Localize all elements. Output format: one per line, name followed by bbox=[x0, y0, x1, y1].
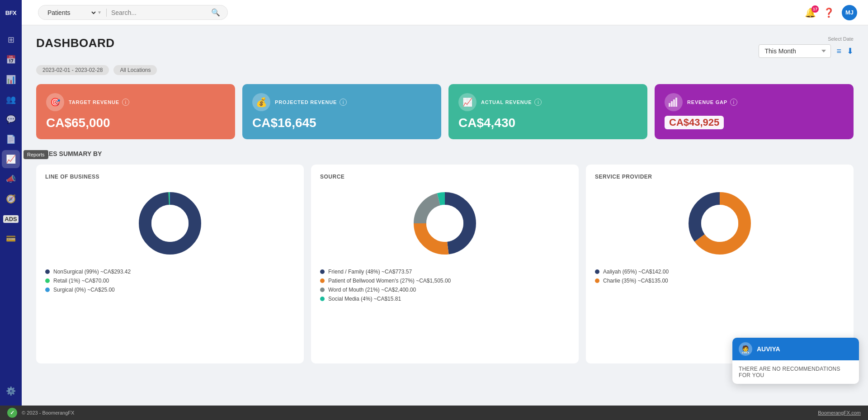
notification-badge: 17 bbox=[811, 5, 819, 13]
footer-copyright: © 2023 - BoomerangFX bbox=[22, 410, 74, 415]
sidebar-item-reports[interactable]: 📈 Reports bbox=[2, 150, 20, 168]
calendar-icon: 📅 bbox=[6, 55, 16, 65]
reports-tooltip: Reports bbox=[24, 150, 48, 159]
legend-dot bbox=[320, 288, 325, 292]
sidebar-item-navigation[interactable]: 🧭 Navigation bbox=[2, 190, 20, 208]
search-button[interactable]: 🔍 bbox=[211, 8, 220, 17]
projected-revenue-icon: 💰 bbox=[252, 93, 270, 111]
ads-icon: ADS bbox=[3, 215, 18, 223]
sidebar-item-settings[interactable]: ⚙️ Settings bbox=[2, 382, 20, 400]
kpi-card-header-4: REVENUE GAP i bbox=[665, 93, 844, 111]
target-revenue-label: TARGET REVENUE bbox=[69, 99, 119, 105]
legend-sp-aaliyah: Aaliyah (65%) ~CA$142.00 bbox=[595, 269, 844, 275]
date-select[interactable]: This Month Last Month This Year Custom R… bbox=[759, 44, 831, 58]
donut-lob bbox=[45, 187, 295, 260]
avatar[interactable]: MJ bbox=[842, 5, 857, 20]
chart-line-of-business: LINE OF BUSINESS NonSurgical (99%) ~CA$2… bbox=[36, 165, 304, 363]
kpi-card-header-2: 💰 PROJECTED REVENUE i bbox=[252, 93, 431, 111]
filter-chips: 2023-02-01 - 2023-02-28 All Locations bbox=[36, 65, 854, 75]
sales-summary-title: SALES SUMMARY BY bbox=[36, 150, 854, 157]
revenue-gap-value: CA$43,925 bbox=[665, 116, 724, 129]
actual-revenue-value: CA$4,430 bbox=[458, 116, 637, 130]
sidebar-item-calendar[interactable]: 📅 Calendar bbox=[2, 51, 20, 69]
target-revenue-info[interactable]: i bbox=[122, 99, 129, 106]
kpi-card-header: 🎯 TARGET REVENUE i bbox=[46, 93, 225, 111]
sidebar-item-patients[interactable]: 👥 Patients bbox=[2, 90, 20, 109]
legend-dot bbox=[45, 269, 50, 274]
legend-dot bbox=[320, 297, 325, 301]
navigation-icon: 🧭 bbox=[6, 194, 16, 204]
notification-button[interactable]: 🔔 17 bbox=[805, 7, 816, 18]
svg-rect-3 bbox=[675, 98, 677, 107]
target-revenue-value: CA$65,000 bbox=[46, 116, 225, 130]
filter-button[interactable]: ≡ bbox=[836, 47, 841, 56]
search-input[interactable] bbox=[111, 9, 211, 16]
auviya-popup: 🧑‍⚕️ AUVIYA THERE ARE NO RECOMMENDATIONS… bbox=[732, 338, 859, 384]
legend-dot bbox=[595, 269, 599, 274]
legend-dot bbox=[45, 288, 50, 292]
kpi-card-header-3: 📈 ACTUAL REVENUE i bbox=[458, 93, 637, 111]
footer-check: ✓ bbox=[7, 408, 17, 418]
download-button[interactable]: ⬇ bbox=[847, 46, 854, 56]
sidebar-item-ads[interactable]: ADS Ads bbox=[2, 210, 20, 228]
search-bar: Patients Appointments Staff ▼ 🔍 bbox=[38, 5, 228, 20]
kpi-card-revenue-gap: REVENUE GAP i CA$43,925 bbox=[655, 84, 854, 139]
auviya-title: AUVIYA bbox=[757, 345, 780, 353]
dashboard-icon: ⊞ bbox=[8, 35, 14, 45]
projected-revenue-info[interactable]: i bbox=[340, 99, 347, 106]
chart-source-title: SOURCE bbox=[320, 174, 570, 180]
donut-sp bbox=[595, 187, 844, 260]
page-title: DASHBOARD bbox=[36, 36, 115, 50]
actual-revenue-info[interactable]: i bbox=[534, 99, 542, 106]
svg-point-7 bbox=[151, 205, 189, 242]
auviya-body: THERE ARE NO RECOMMENDATIONS FOR YOU bbox=[732, 360, 859, 384]
sidebar-item-billing[interactable]: 💳 Billing bbox=[2, 230, 20, 248]
documents-icon: 📄 bbox=[6, 134, 16, 144]
chart-source: SOURCE Friend / Family (48%) ~CA bbox=[311, 165, 579, 363]
footer-link[interactable]: BoomerangFX.com bbox=[818, 410, 861, 415]
revenue-gap-info[interactable]: i bbox=[730, 99, 737, 106]
projected-revenue-label: PROJECTED REVENUE bbox=[275, 99, 337, 105]
search-dropdown[interactable]: Patients Appointments Staff bbox=[46, 9, 97, 17]
location-chip[interactable]: All Locations bbox=[113, 65, 157, 75]
revenue-gap-label: REVENUE GAP bbox=[687, 99, 727, 105]
help-button[interactable]: ❓ bbox=[823, 7, 835, 18]
sidebar-item-dashboard[interactable]: ⊞ Dashboard bbox=[2, 31, 20, 49]
charts-grid: LINE OF BUSINESS NonSurgical (99%) ~CA$2… bbox=[36, 165, 854, 363]
donut-source bbox=[320, 187, 570, 260]
settings-icon: ⚙️ bbox=[6, 386, 16, 396]
dashboard-header: DASHBOARD Select Date This Month Last Mo… bbox=[36, 36, 854, 58]
svg-rect-0 bbox=[669, 103, 670, 107]
legend-source-bellwood: Patient of Bellwood Women's (27%) ~CA$1,… bbox=[320, 278, 570, 284]
legend-dot bbox=[595, 278, 599, 283]
legend-lob-surgical: Surgical (0%) ~CA$25.00 bbox=[45, 287, 295, 293]
footer: ✓ © 2023 - BoomerangFX BoomerangFX.com bbox=[0, 406, 868, 420]
sidebar-item-analytics[interactable]: 📊 Analytics bbox=[2, 71, 20, 89]
actual-revenue-label: ACTUAL REVENUE bbox=[481, 99, 532, 105]
legend-source-family: Friend / Family (48%) ~CA$773.57 bbox=[320, 269, 570, 275]
chart-sp-title: SERVICE PROVIDER bbox=[595, 174, 844, 180]
legend-source-wom: Word of Mouth (21%) ~CA$2,400.00 bbox=[320, 287, 570, 293]
chat-icon: 💬 bbox=[6, 114, 16, 124]
logo: BFX bbox=[0, 0, 22, 25]
legend-source: Friend / Family (48%) ~CA$773.57 Patient… bbox=[320, 269, 570, 302]
sidebar-item-chat[interactable]: 💬 Chat bbox=[2, 110, 20, 128]
legend-lob-nonsurgical: NonSurgical (99%) ~CA$293.42 bbox=[45, 269, 295, 275]
billing-icon: 💳 bbox=[6, 234, 16, 244]
chart-lob-title: LINE OF BUSINESS bbox=[45, 174, 295, 180]
date-range-chip[interactable]: 2023-02-01 - 2023-02-28 bbox=[36, 65, 109, 75]
svg-point-15 bbox=[701, 205, 738, 242]
patients-icon: 👥 bbox=[6, 94, 16, 104]
marketing-icon: 📣 bbox=[6, 174, 16, 184]
projected-revenue-value: CA$16,645 bbox=[252, 116, 431, 130]
legend-dot bbox=[45, 278, 50, 283]
svg-point-12 bbox=[426, 205, 463, 242]
kpi-card-target-revenue: 🎯 TARGET REVENUE i CA$65,000 bbox=[36, 84, 235, 139]
svg-rect-1 bbox=[671, 101, 673, 107]
legend-sp-charlie: Charlie (35%) ~CA$135.00 bbox=[595, 278, 844, 284]
actual-revenue-icon: 📈 bbox=[458, 93, 476, 111]
auviya-avatar: 🧑‍⚕️ bbox=[739, 342, 752, 356]
sidebar-item-documents[interactable]: 📄 Documents bbox=[2, 130, 20, 148]
sidebar-item-marketing[interactable]: 📣 Marketing bbox=[2, 170, 20, 188]
auviya-message: THERE ARE NO RECOMMENDATIONS FOR YOU bbox=[739, 366, 840, 378]
